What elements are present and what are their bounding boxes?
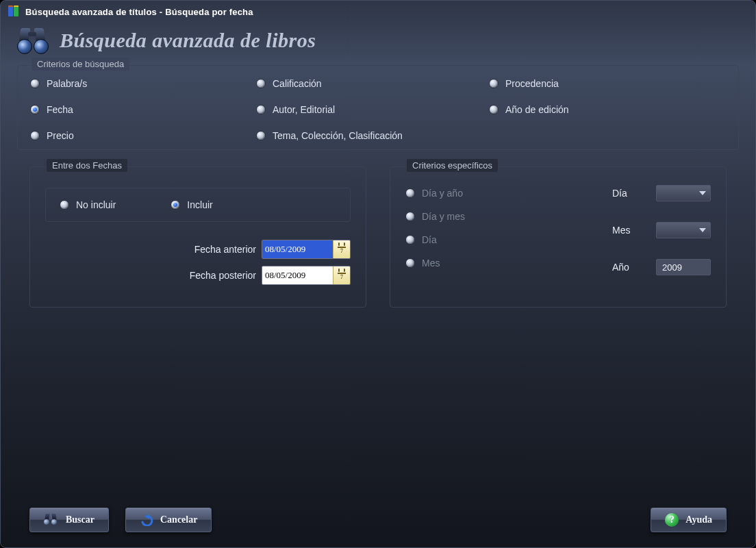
fecha-posterior-field: 7 — [262, 266, 351, 285]
radio-no-incluir[interactable]: No incluir — [60, 199, 116, 210]
fecha-anterior-label: Fecha anterior — [194, 244, 256, 255]
footer-buttons: Buscar Cancelar ? Ayuda — [1, 508, 755, 532]
fecha-posterior-label: Fecha posterior — [190, 270, 256, 281]
fecha-anterior-field: 7 — [262, 240, 351, 259]
radio-calificacion[interactable]: Calificación — [256, 78, 489, 89]
binoculars-icon — [17, 27, 50, 54]
panels-row: Entre dos Fechas No incluir Incluir Fech… — [29, 166, 727, 308]
radio-fecha[interactable]: Fecha — [30, 104, 256, 115]
calendar-icon[interactable]: 7 — [333, 240, 350, 258]
buscar-button[interactable]: Buscar — [29, 508, 109, 532]
fecha-posterior-input[interactable] — [262, 266, 333, 284]
radio-palabras[interactable]: Palabra/s — [30, 78, 256, 89]
ayuda-button[interactable]: ? Ayuda — [651, 508, 727, 532]
dialog-header: Búsqueda avanzada de libros — [1, 21, 755, 61]
titlebar: Búsqueda avanzada de títulos - Búsqueda … — [1, 1, 755, 21]
anio-field[interactable]: 2009 — [656, 259, 711, 275]
include-group: No incluir Incluir — [45, 188, 351, 222]
dialog-window: Búsqueda avanzada de títulos - Búsqueda … — [0, 0, 756, 548]
radio-autor-editorial[interactable]: Autor, Editorial — [256, 104, 489, 115]
fecha-anterior-input[interactable] — [262, 240, 333, 258]
specific-criteria-panel: Criterios específicos Día y año Día y me… — [390, 166, 727, 308]
radio-anio-edicion[interactable]: Año de edición — [489, 104, 726, 115]
mes-label: Mes — [612, 225, 640, 236]
anio-label: Año — [612, 262, 640, 273]
help-icon: ? — [665, 513, 679, 527]
between-legend: Entre dos Fechas — [48, 160, 126, 171]
specific-legend: Criterios específicos — [408, 160, 496, 171]
undo-arrow-icon — [140, 514, 153, 526]
radio-mes: Mes — [405, 258, 465, 269]
calendar-icon[interactable]: 7 — [333, 266, 350, 284]
mes-combo[interactable] — [656, 222, 711, 238]
radio-tema-coleccion[interactable]: Tema, Colección, Clasificación — [256, 130, 489, 141]
radio-procedencia[interactable]: Procedencia — [489, 78, 726, 89]
chevron-down-icon — [699, 191, 706, 195]
radio-dia-y-mes: Día y mes — [405, 211, 465, 222]
radio-dia-y-anio: Día y año — [405, 188, 465, 199]
books-icon — [8, 5, 20, 18]
criteria-legend: Criterios de búsqueda — [33, 59, 128, 69]
window-title: Búsqueda avanzada de títulos - Búsqueda … — [25, 7, 253, 17]
radio-dia: Día — [405, 234, 465, 245]
dia-label: Día — [612, 188, 640, 199]
chevron-down-icon — [699, 228, 706, 232]
between-dates-panel: Entre dos Fechas No incluir Incluir Fech… — [29, 166, 366, 308]
radio-precio[interactable]: Precio — [30, 130, 256, 141]
cancelar-button[interactable]: Cancelar — [125, 508, 212, 532]
criteria-fieldset: Criterios de búsqueda Palabra/s Califica… — [17, 65, 739, 150]
radio-incluir[interactable]: Incluir — [171, 199, 212, 210]
dialog-title: Búsqueda avanzada de libros — [60, 29, 316, 52]
binoculars-icon — [44, 514, 59, 526]
dia-combo[interactable] — [656, 185, 711, 201]
